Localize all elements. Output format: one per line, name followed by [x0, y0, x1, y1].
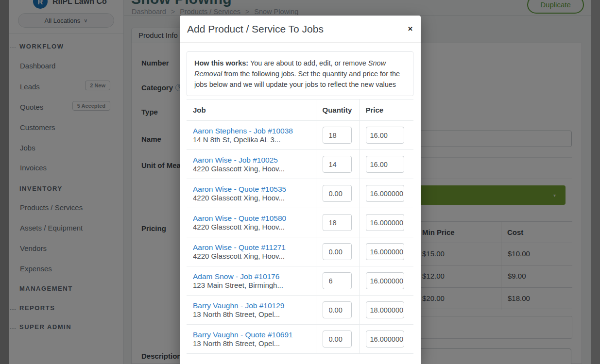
job-link[interactable]: Aaron Stephens - Job #10038 [193, 127, 309, 135]
job-row: Barry Vaughn - Quote #1069113 North 8th … [187, 325, 413, 354]
quantity-input[interactable] [323, 214, 352, 231]
job-address: 14 N 8th St, Opelika AL 3... [193, 135, 309, 144]
quantity-input[interactable] [323, 156, 352, 173]
quantity-input[interactable] [323, 185, 352, 202]
note-text2: from the following jobs. Set the quantit… [194, 70, 400, 88]
price-input[interactable] [366, 243, 404, 260]
jobs-table-header-row: Job Quantity Price [187, 99, 413, 121]
price-column-header: Price [359, 99, 413, 121]
add-product-service-modal: Add Product / Service To Jobs ✕ How this… [180, 16, 421, 364]
jobs-table: Job Quantity Price Aaron Stephens - Job … [187, 99, 413, 354]
job-address: 4220 Glasscott Xing, Hoov... [193, 165, 309, 173]
job-address: 13 North 8th Street, Opel... [193, 310, 309, 318]
job-row: Aaron Wise - Job #100254220 Glasscott Xi… [187, 150, 413, 179]
job-link[interactable]: Aaron Wise - Quote #10535 [193, 185, 309, 194]
job-row: Aaron Wise - Quote #105354220 Glasscott … [187, 179, 413, 208]
job-address: 123 Main Street, Birmingh... [193, 281, 309, 289]
job-address: 4220 Glasscott Xing, Hoov... [193, 223, 309, 231]
note-text1: You are about to add, edit, or remove [248, 59, 368, 67]
job-address: 4220 Glasscott Xing, Hoov... [193, 252, 309, 260]
how-this-works-note: How this works: You are about to add, ed… [187, 51, 413, 96]
price-input[interactable] [366, 301, 404, 318]
job-link[interactable]: Barry Vaughn - Quote #10691 [193, 331, 309, 339]
job-row: Adam Snow - Job #10176123 Main Street, B… [187, 266, 413, 296]
note-bold: How this works: [194, 59, 248, 67]
job-column-header: Job [187, 99, 316, 121]
job-row: Barry Vaughn - Job #1012913 North 8th St… [187, 296, 413, 325]
job-address: 4220 Glasscott Xing, Hoov... [193, 194, 309, 202]
job-row: Aaron Wise - Quote #105804220 Glasscott … [187, 208, 413, 237]
quantity-input[interactable] [323, 272, 352, 289]
quantity-input[interactable] [323, 127, 352, 144]
price-input[interactable] [366, 331, 404, 347]
price-input[interactable] [366, 272, 404, 289]
job-link[interactable]: Barry Vaughn - Job #10129 [193, 301, 309, 310]
modal-body: How this works: You are about to add, ed… [180, 43, 421, 354]
job-link[interactable]: Aaron Wise - Quote #11271 [193, 243, 309, 252]
job-row: Aaron Wise - Quote #112714220 Glasscott … [187, 237, 413, 266]
price-input[interactable] [366, 214, 404, 231]
modal-header: Add Product / Service To Jobs ✕ [180, 16, 421, 43]
job-row: Aaron Stephens - Job #1003814 N 8th St, … [187, 121, 413, 150]
modal-title: Add Product / Service To Jobs [187, 23, 324, 35]
quantity-column-header: Quantity [316, 99, 359, 121]
price-input[interactable] [366, 127, 404, 144]
quantity-input[interactable] [323, 243, 352, 260]
job-link[interactable]: Adam Snow - Job #10176 [193, 272, 309, 281]
job-link[interactable]: Aaron Wise - Quote #10580 [193, 214, 309, 223]
job-address: 13 North 8th Street, Opel... [193, 339, 309, 347]
close-icon[interactable]: ✕ [408, 26, 413, 32]
job-link[interactable]: Aaron Wise - Job #10025 [193, 156, 309, 165]
quantity-input[interactable] [323, 301, 352, 318]
quantity-input[interactable] [323, 331, 352, 347]
price-input[interactable] [366, 185, 404, 202]
price-input[interactable] [366, 156, 404, 173]
